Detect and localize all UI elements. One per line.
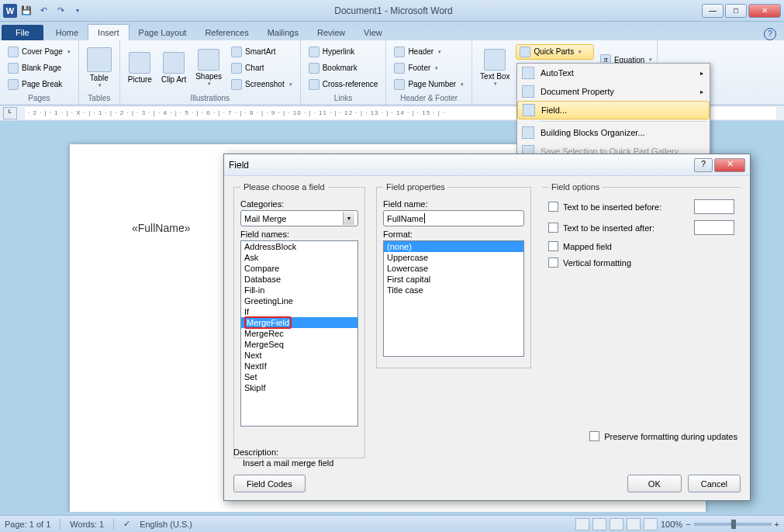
zoom-slider[interactable]	[694, 523, 772, 526]
table-button[interactable]: Table	[84, 42, 115, 94]
tab-home[interactable]: Home	[47, 25, 88, 40]
view-web[interactable]	[610, 518, 623, 530]
minimize-button[interactable]: —	[702, 4, 724, 18]
choose-legend: Please choose a field	[240, 182, 328, 192]
fieldname-item[interactable]: Ask	[241, 252, 357, 263]
fieldname-item[interactable]: NextIf	[241, 361, 357, 371]
status-page[interactable]: Page: 1 of 1	[5, 520, 50, 529]
opt-after-input[interactable]	[694, 220, 734, 235]
blank-page-button[interactable]: Blank Page	[5, 60, 74, 76]
menu-docprop[interactable]: Document Property▸	[517, 82, 710, 101]
dialog-help-button[interactable]: ?	[694, 158, 713, 172]
shapes-button[interactable]: Shapes	[192, 42, 225, 94]
fieldname-item[interactable]: GreetingLine	[241, 295, 357, 306]
group-links: Hyperlink Bookmark Cross-reference Links	[301, 40, 387, 105]
format-item[interactable]: Uppercase	[384, 252, 523, 263]
fieldname-item[interactable]: Next	[241, 350, 357, 361]
view-print-layout[interactable]	[575, 518, 589, 530]
zoom-out-button[interactable]: −	[686, 520, 690, 529]
dialog-title: Field	[229, 160, 249, 171]
fieldname-item[interactable]: MergeField	[241, 317, 357, 328]
proofing-icon[interactable]: ✓	[123, 519, 130, 529]
fieldname-item[interactable]: MergeRec	[241, 328, 357, 339]
opt-mapped-label: Mapped field	[563, 242, 612, 251]
footer-button[interactable]: Footer	[391, 60, 467, 76]
zoom-in-button[interactable]: +	[775, 520, 779, 529]
quickparts-button[interactable]: Quick Parts	[516, 44, 594, 60]
opt-mapped[interactable]: Mapped field	[548, 241, 734, 251]
pagenum-button[interactable]: Page Number	[391, 77, 467, 92]
screenshot-button[interactable]: Screenshot	[228, 77, 295, 92]
redo-icon[interactable]: ↷	[53, 3, 68, 19]
fieldname-item[interactable]: Fill-in	[241, 285, 357, 295]
format-item[interactable]: (none)	[384, 241, 523, 252]
tab-page-layout[interactable]: Page Layout	[130, 25, 196, 40]
crossref-button[interactable]: Cross-reference	[306, 77, 382, 92]
fieldname-item[interactable]: Database	[241, 274, 357, 285]
menu-building-blocks[interactable]: Building Blocks Organizer...	[517, 123, 710, 142]
format-listbox[interactable]: (none)UppercaseLowercaseFirst capitalTit…	[383, 240, 524, 357]
fieldname-item[interactable]: SkipIf	[241, 382, 357, 393]
ruler-corner[interactable]: L	[3, 107, 17, 119]
tab-review[interactable]: Review	[308, 25, 354, 40]
fieldname-item[interactable]: Compare	[241, 263, 357, 274]
opt-after[interactable]: Text to be inserted after:	[548, 220, 734, 235]
bookmark-button[interactable]: Bookmark	[306, 60, 382, 76]
preserve-formatting-checkbox[interactable]: Preserve formatting during updates	[589, 431, 737, 441]
cancel-button[interactable]: Cancel	[688, 475, 741, 492]
table-label: Table	[90, 74, 109, 82]
maximize-button[interactable]: □	[725, 4, 747, 18]
status-words[interactable]: Words: 1	[70, 520, 104, 529]
smartart-button[interactable]: SmartArt	[228, 44, 295, 60]
dialog-close-button[interactable]: ✕	[714, 158, 745, 172]
cover-page-button[interactable]: Cover Page	[5, 44, 74, 60]
chart-button[interactable]: Chart	[228, 60, 295, 76]
header-button[interactable]: Header	[391, 44, 467, 60]
format-item[interactable]: First capital	[384, 274, 523, 285]
slider-thumb[interactable]	[731, 520, 736, 529]
close-button[interactable]: ✕	[748, 4, 781, 18]
tab-file[interactable]: File	[2, 25, 43, 40]
page-break-icon	[8, 79, 19, 90]
fieldname-item[interactable]: AddressBlock	[241, 241, 357, 252]
picture-button[interactable]: Picture	[125, 42, 155, 94]
format-item[interactable]: Lowercase	[384, 263, 523, 274]
format-item[interactable]: Title case	[384, 285, 523, 295]
dialog-titlebar[interactable]: Field ? ✕	[224, 154, 750, 176]
status-lang[interactable]: English (U.S.)	[140, 520, 192, 529]
view-fullscreen[interactable]	[592, 518, 606, 530]
clipart-icon	[163, 52, 185, 74]
save-icon[interactable]: 💾	[19, 3, 34, 19]
opt-vertical[interactable]: Vertical formatting	[548, 257, 734, 268]
opt-before-input[interactable]	[694, 199, 734, 214]
help-icon[interactable]: ?	[764, 28, 776, 40]
tab-view[interactable]: View	[354, 25, 392, 40]
blank-page-icon	[8, 63, 19, 74]
page-break-button[interactable]: Page Break	[5, 77, 74, 92]
menu-autotext[interactable]: AutoText▸	[517, 64, 710, 82]
tab-insert[interactable]: Insert	[88, 24, 130, 40]
view-outline[interactable]	[627, 518, 641, 530]
opt-before[interactable]: Text to be inserted before:	[548, 199, 734, 214]
clipart-button[interactable]: Clip Art	[158, 42, 189, 94]
tab-references[interactable]: References	[195, 25, 257, 40]
mergefield-text[interactable]: «FullName»	[132, 222, 190, 234]
qat-more-icon[interactable]: ▾	[70, 3, 85, 19]
fieldname-item[interactable]: Set	[241, 371, 357, 382]
fieldname-input[interactable]: FullName	[383, 210, 524, 226]
fieldname-item[interactable]: MergeSeq	[241, 339, 357, 350]
categories-combo[interactable]: Mail Merge▾	[240, 210, 358, 226]
fieldname-item[interactable]: If	[241, 306, 357, 317]
menu-field[interactable]: Field...	[517, 101, 710, 119]
ok-button[interactable]: OK	[627, 475, 682, 492]
undo-icon[interactable]: ↶	[36, 3, 51, 19]
fieldnames-listbox[interactable]: AddressBlockAskCompareDatabaseFill-inGre…	[240, 240, 358, 427]
view-draft[interactable]	[644, 518, 658, 530]
zoom-level[interactable]: 100%	[661, 520, 682, 529]
group-pages-label: Pages	[5, 94, 74, 103]
crossref-label: Cross-reference	[323, 80, 378, 88]
textbox-button[interactable]: Text Box	[477, 42, 513, 94]
hyperlink-button[interactable]: Hyperlink	[306, 44, 382, 60]
field-codes-button[interactable]: Field Codes	[233, 475, 306, 492]
tab-mailings[interactable]: Mailings	[258, 25, 308, 40]
